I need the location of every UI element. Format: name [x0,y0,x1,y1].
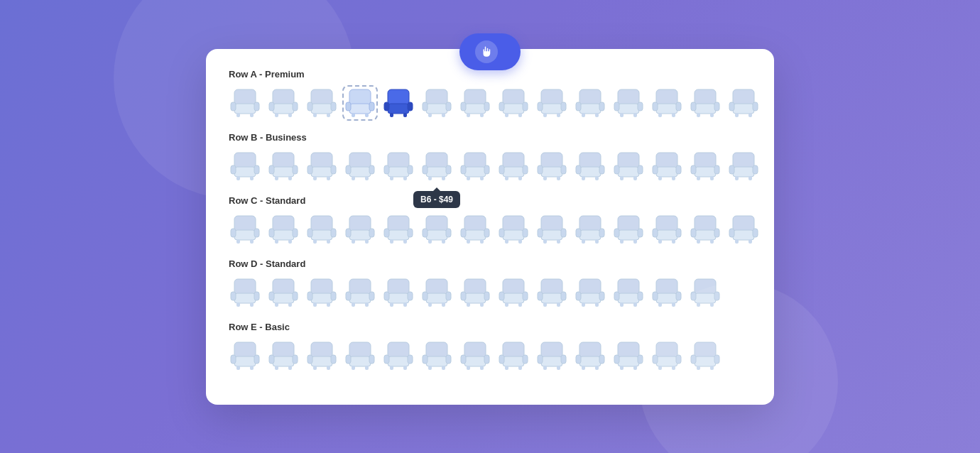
seat-E6[interactable] [420,339,453,372]
seat-A14[interactable] [727,87,760,119]
seat-E2[interactable] [267,339,300,372]
seat-B10[interactable] [574,150,606,182]
svg-rect-136 [543,176,547,180]
seat-D4[interactable] [344,276,376,309]
seat-C1[interactable] [229,213,261,246]
svg-rect-96 [311,153,332,168]
seat-C9[interactable] [535,213,568,246]
svg-rect-342 [311,342,332,358]
seat-D12[interactable] [650,276,683,309]
seat-D1[interactable] [229,276,261,309]
svg-rect-36 [464,89,486,105]
seat-D11[interactable] [612,276,645,309]
seat-A8[interactable] [497,87,530,119]
svg-rect-175 [273,230,294,240]
seat-E1[interactable] [229,339,261,372]
seat-C8[interactable] [497,213,530,246]
seat-B6[interactable] [420,150,453,182]
seat-D7[interactable] [459,276,491,309]
seat-B5[interactable] [382,150,415,182]
seat-B14[interactable] [727,150,760,182]
seat-A9[interactable] [535,87,568,119]
svg-rect-306 [579,279,601,295]
seat-A5[interactable] [382,87,415,119]
seat-B11[interactable] [612,150,645,182]
seat-E3[interactable] [305,339,338,372]
seat-E10[interactable] [574,339,606,372]
seat-E4[interactable] [344,339,376,372]
svg-rect-394 [620,366,624,370]
svg-rect-139 [579,167,601,177]
seat-C14[interactable] [727,213,760,246]
seat-C7[interactable] [459,213,491,246]
seat-C12[interactable] [650,213,683,246]
seat-C3[interactable] [305,213,338,246]
seat-D2[interactable] [267,276,300,309]
svg-rect-244 [697,239,700,244]
seat-B9[interactable] [535,150,568,182]
seat-B7[interactable] [459,150,491,182]
seat-B13[interactable] [689,150,722,182]
svg-rect-48 [541,89,562,105]
svg-rect-76 [697,113,700,117]
svg-rect-166 [735,176,739,180]
seat-A4[interactable] [344,87,376,119]
seat-E13[interactable] [689,339,722,372]
svg-rect-236 [653,229,658,237]
seat-A11[interactable] [612,87,645,119]
seat-E5[interactable] [382,339,415,372]
seat-wrapper-C6 [420,213,453,246]
svg-rect-193 [388,230,409,240]
seat-A7[interactable] [459,87,491,119]
seat-C6[interactable] [420,213,453,246]
seat-D5[interactable] [382,276,415,309]
seat-E8[interactable] [497,339,530,372]
svg-rect-398 [653,355,658,364]
svg-rect-263 [288,302,292,307]
seat-A1[interactable] [229,87,261,119]
seat-E11[interactable] [612,339,645,372]
seat-A3[interactable] [305,87,338,119]
seat-C10[interactable] [574,213,606,246]
seat-D8[interactable] [497,276,530,309]
seat-C4[interactable] [344,213,376,246]
seat-A13[interactable] [689,87,722,119]
seat-A10[interactable] [574,87,606,119]
seat-D9[interactable] [535,276,568,309]
seat-E7[interactable] [459,339,491,372]
svg-rect-211 [503,230,524,240]
svg-rect-115 [426,167,447,177]
seat-D3[interactable] [305,276,338,309]
svg-rect-373 [503,356,524,366]
seat-wrapper-E13 [689,339,722,372]
seat-C13[interactable] [689,213,722,246]
seat-B4[interactable] [344,150,376,182]
seat-D13[interactable] [689,276,722,309]
seat-B8[interactable] [497,150,530,182]
seat-B3[interactable] [305,150,338,182]
svg-rect-315 [638,292,643,300]
svg-rect-35 [442,113,445,117]
seat-C2[interactable] [267,213,300,246]
svg-rect-284 [423,292,428,300]
seat-C5[interactable] [382,213,415,246]
seat-D10[interactable] [574,276,606,309]
seat-C11[interactable] [612,213,645,246]
seat-B12[interactable] [650,150,683,182]
seat-A6[interactable] [420,87,453,119]
svg-rect-13 [311,104,332,114]
seat-E9[interactable] [535,339,568,372]
svg-rect-110 [384,165,389,174]
seat-A2[interactable] [267,87,300,119]
svg-rect-119 [442,176,445,180]
seat-B1[interactable] [229,150,261,182]
svg-rect-317 [633,302,637,307]
seat-B2[interactable] [267,150,300,182]
seat-E12[interactable] [650,339,683,372]
svg-rect-223 [579,230,601,240]
svg-rect-231 [638,229,643,237]
svg-rect-188 [346,229,351,237]
svg-rect-273 [369,292,374,300]
seat-A12[interactable] [650,87,683,119]
seat-D6[interactable] [420,276,453,309]
